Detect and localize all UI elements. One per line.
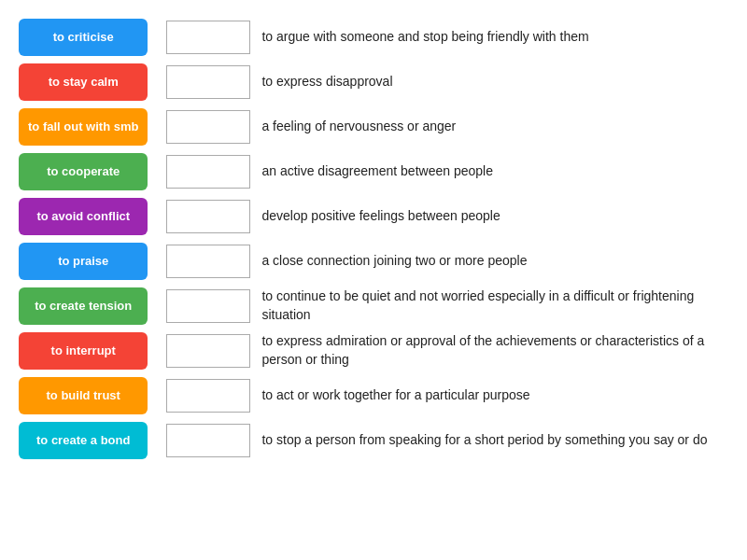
left-column: to criticiseto stay calmto fall out with… xyxy=(19,19,148,459)
match-row-2: a feeling of nervousness or anger xyxy=(166,108,728,146)
definition-text-8: to act or work together for a particular… xyxy=(261,386,529,405)
answer-box-5[interactable] xyxy=(166,245,250,278)
answer-box-8[interactable] xyxy=(166,379,250,413)
right-column: to argue with someone and stop being fri… xyxy=(166,19,728,459)
definition-text-9: to stop a person from speaking for a sho… xyxy=(261,431,707,450)
main-container: to criticiseto stay calmto fall out with… xyxy=(19,19,728,459)
match-row-0: to argue with someone and stop being fri… xyxy=(166,19,728,56)
term-button-0[interactable]: to criticise xyxy=(19,19,148,56)
term-button-2[interactable]: to fall out with smb xyxy=(19,108,148,146)
answer-box-3[interactable] xyxy=(166,155,250,189)
answer-box-1[interactable] xyxy=(166,65,250,99)
definition-text-3: an active disagreement between people xyxy=(261,162,493,181)
term-button-4[interactable]: to avoid conflict xyxy=(19,198,148,235)
match-row-1: to express disapproval xyxy=(166,63,728,101)
match-row-5: a close connection joining two or more p… xyxy=(166,243,728,280)
term-button-7[interactable]: to interrupt xyxy=(19,332,148,370)
match-row-4: develop positive feelings between people xyxy=(166,198,728,235)
match-row-6: to continue to be quiet and not worried … xyxy=(166,287,728,325)
match-row-7: to express admiration or approval of the… xyxy=(166,332,728,370)
answer-box-6[interactable] xyxy=(166,289,250,323)
definition-text-7: to express admiration or approval of the… xyxy=(261,332,728,369)
answer-box-2[interactable] xyxy=(166,110,250,144)
term-button-8[interactable]: to build trust xyxy=(19,377,148,414)
answer-box-7[interactable] xyxy=(166,334,250,368)
definition-text-0: to argue with someone and stop being fri… xyxy=(261,28,588,47)
definition-text-5: a close connection joining two or more p… xyxy=(261,252,527,271)
answer-box-9[interactable] xyxy=(166,424,250,457)
term-button-6[interactable]: to create tension xyxy=(19,287,148,325)
term-button-1[interactable]: to stay calm xyxy=(19,63,148,101)
definition-text-2: a feeling of nervousness or anger xyxy=(261,118,456,136)
definition-text-1: to express disapproval xyxy=(261,73,392,91)
match-row-3: an active disagreement between people xyxy=(166,153,728,190)
term-button-3[interactable]: to cooperate xyxy=(19,153,148,190)
definition-text-4: develop positive feelings between people xyxy=(261,207,500,226)
answer-box-0[interactable] xyxy=(166,21,250,54)
term-button-9[interactable]: to create a bond xyxy=(19,422,148,459)
match-row-8: to act or work together for a particular… xyxy=(166,377,728,414)
term-button-5[interactable]: to praise xyxy=(19,243,148,280)
definition-text-6: to continue to be quiet and not worried … xyxy=(261,287,728,324)
answer-box-4[interactable] xyxy=(166,200,250,233)
match-row-9: to stop a person from speaking for a sho… xyxy=(166,422,728,459)
